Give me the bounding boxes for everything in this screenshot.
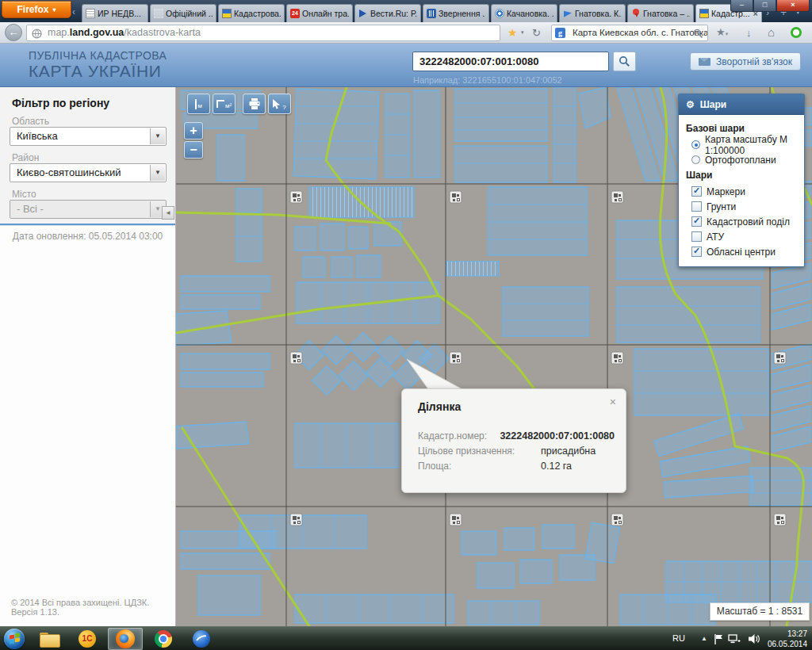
bookmark-page-star-icon[interactable]: ★ [508, 26, 518, 39]
radio-icon[interactable] [691, 140, 700, 149]
chevron-down-icon: ▾ [53, 6, 56, 13]
radio-icon[interactable] [691, 155, 700, 164]
reload-icon[interactable]: ↻ [532, 27, 541, 39]
cadastral-search-button[interactable] [613, 52, 636, 71]
popup-row-purpose: Цільове призначення: присадибна [418, 445, 615, 461]
google-engine-icon[interactable]: g [555, 28, 565, 38]
tab-kadastrova[interactable]: Кадастрова... [218, 4, 285, 22]
url-domain: land.gov.ua [70, 27, 124, 38]
tab-mir-nedv[interactable]: ИР НЕДВ... [82, 4, 148, 22]
map-marker-icon[interactable] [611, 191, 623, 203]
minimize-button[interactable]: – [730, 0, 753, 12]
show-bookmarks-button[interactable]: ★▾ [716, 26, 728, 38]
ukraine-flag-icon [699, 9, 709, 18]
measure-length-button[interactable]: м [187, 94, 210, 114]
navigation-bar: ← map.land.gov.ua/kadastrova-karta ★ ▾ ↻… [0, 22, 812, 44]
checkbox-icon[interactable]: ✓ [691, 201, 702, 212]
tab-zvernennia[interactable]: Звернення ... [423, 4, 489, 22]
back-button[interactable]: ← [5, 24, 22, 41]
site-logo[interactable]: ПУБЛІЧНА КАДАСТРОВА КАРТА УКРАЇНИ [29, 49, 167, 81]
kyiv-emblem-icon [427, 9, 436, 18]
map-marker-icon[interactable] [611, 514, 623, 526]
tab-gnatovka-map[interactable]: Гнатовка – ... [627, 4, 694, 22]
map-marker-icon[interactable] [450, 514, 462, 526]
map-marker-icon[interactable] [774, 514, 786, 526]
city-label: Місто [12, 189, 36, 200]
taskbar-chrome-button[interactable] [146, 628, 181, 650]
tab-ofitsiynyi[interactable]: Офіційний ... [150, 4, 216, 22]
envelope-icon [699, 58, 710, 66]
tab-gnatovka-k[interactable]: Гнатовка. К... [559, 4, 626, 22]
hidden-icons-arrow[interactable]: ▲ [701, 635, 707, 642]
taskbar-firefox-button[interactable] [108, 628, 143, 650]
region-select[interactable]: Київська ▼ [10, 127, 167, 146]
ruler-icon [195, 99, 197, 109]
checkbox-icon[interactable]: ✓ [691, 186, 702, 197]
1c-icon [79, 630, 96, 648]
map-marker-icon[interactable] [611, 352, 623, 364]
map-marker-icon[interactable] [290, 191, 302, 203]
copyright-text: © 2014 Всі права захищені. ЦДЗК. Версія … [11, 598, 175, 617]
base-layers-title: Базові шари [686, 123, 797, 134]
close-icon[interactable]: × [610, 396, 616, 408]
chevron-down-icon: ▾ [726, 31, 729, 36]
district-select[interactable]: Києво-святошинський ▼ [10, 163, 167, 182]
taskbar-1c-button[interactable] [70, 628, 105, 650]
downloads-icon[interactable]: ↓ [746, 27, 752, 39]
map-marker-icon[interactable] [290, 352, 302, 364]
layer-oblast-centers[interactable]: ✓ Обласні центри [686, 244, 797, 259]
start-button[interactable] [4, 629, 25, 649]
checkbox-icon[interactable]: ✓ [691, 231, 702, 242]
chrome-icon [155, 630, 172, 648]
layer-atu[interactable]: ✓ АТУ [686, 229, 797, 244]
window-controls: – □ × [730, 0, 810, 12]
layer-grunty[interactable]: ✓ Грунти [686, 199, 797, 214]
map-marker-icon[interactable] [290, 514, 302, 526]
bookmark-caret-icon[interactable]: ▾ [521, 29, 524, 36]
language-indicator[interactable]: RU [672, 633, 685, 643]
firefox-menu-button[interactable]: Firefox ▾ [2, 1, 71, 18]
feedback-button[interactable]: Зворотній зв'язок [690, 52, 801, 71]
maximize-button[interactable]: □ [753, 0, 776, 12]
map-marker-icon[interactable] [450, 191, 462, 203]
close-button[interactable]: × [776, 0, 810, 12]
tab-onlain-translation[interactable]: Онлайн тра... [286, 4, 353, 22]
search-magnifier-icon[interactable] [693, 29, 703, 41]
identify-button[interactable]: ? [268, 94, 291, 114]
select-arrow-icon[interactable]: ▼ [150, 128, 165, 144]
zoom-in-button[interactable]: + [184, 122, 203, 140]
action-center-flag-icon[interactable] [714, 633, 723, 648]
measure-area-button[interactable]: м² [213, 94, 236, 114]
home-icon[interactable]: ⌂ [768, 25, 775, 39]
map-marker-icon[interactable] [774, 352, 786, 364]
layers-panel-header[interactable]: ⚙ Шари [679, 94, 804, 115]
addon-green-circle-icon[interactable] [791, 27, 802, 38]
clock[interactable]: 13:27 06.05.2014 [768, 629, 807, 649]
layer-markers[interactable]: ✓ Маркери [686, 184, 797, 199]
map-pin-icon [631, 9, 641, 18]
checkbox-icon[interactable]: ✓ [691, 247, 702, 257]
search-engine-bar[interactable]: g Карта Киевская обл. с. Гнатовка [551, 25, 708, 41]
tab-kachanovka[interactable]: Качановка. ... [491, 4, 557, 22]
popup-row-cadastral-number: Кадастр.номер: 3222482000:07:001:0080 [418, 430, 615, 445]
volume-icon[interactable] [749, 633, 760, 648]
sidebar-collapse-button[interactable]: ◄ [162, 206, 174, 220]
checkbox-icon[interactable]: ✓ [691, 216, 702, 227]
zoom-out-button[interactable]: − [184, 141, 203, 159]
tab-scroll-left[interactable]: ‹ [72, 7, 75, 17]
select-arrow-icon[interactable]: ▼ [150, 165, 165, 181]
divider [0, 224, 175, 226]
layer-cadastral-division[interactable]: ✓ Кадастровий поділ [686, 214, 797, 229]
network-icon[interactable] [728, 633, 741, 648]
tab-vesti-ru[interactable]: Вести.Ru: Р... [354, 4, 421, 22]
print-button[interactable] [243, 94, 266, 114]
google-earth-icon [193, 630, 210, 648]
cursor-icon [273, 99, 282, 109]
url-bar[interactable]: map.land.gov.ua/kadastrova-karta [26, 25, 500, 41]
base-layer-option-map[interactable]: Карта масштабу М 1:100000 [686, 137, 797, 152]
map-marker-icon[interactable] [450, 352, 462, 364]
region-filter-sidebar: Фільтр по регіону Область Київська ▼ Рай… [0, 87, 176, 626]
taskbar-google-earth-button[interactable] [184, 628, 219, 650]
cadastral-number-input[interactable]: 3222482000:07:001:0080 [412, 52, 609, 71]
taskbar-explorer-button[interactable] [32, 628, 67, 650]
